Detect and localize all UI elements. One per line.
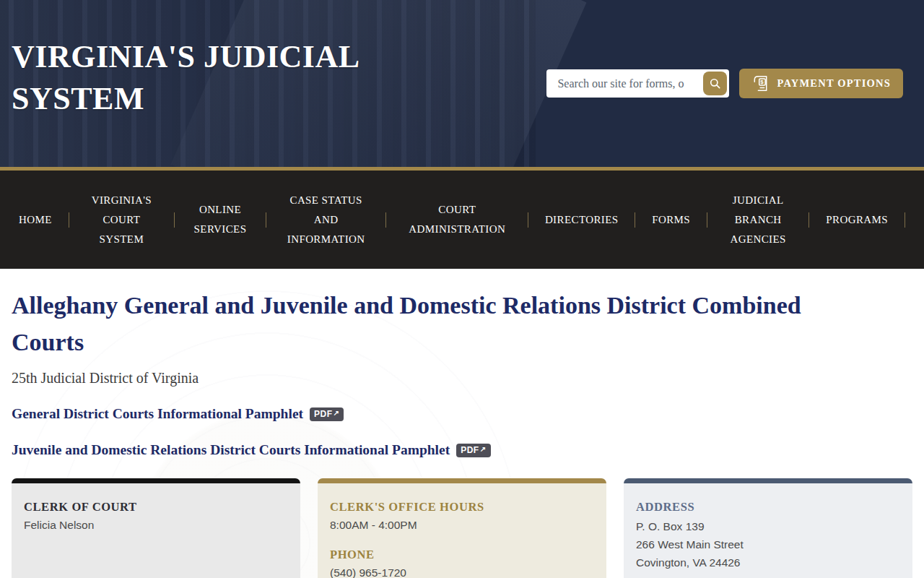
nav-separator: [707, 212, 707, 228]
nav-item-online-services[interactable]: ONLINE SERVICES: [191, 200, 249, 239]
receipt-dollar-icon: $: [751, 74, 770, 93]
external-link-icon: ↗: [334, 410, 340, 417]
office-hours-card: CLERK'S OFFICE HOURS 8:00AM - 4:00PM PHO…: [318, 478, 606, 578]
magnifier-icon: [708, 77, 722, 90]
site-title: VIRGINIA'S JUDICIAL SYSTEM: [0, 0, 448, 120]
header-actions: $ PAYMENT OPTIONS: [546, 69, 903, 98]
svg-text:$: $: [761, 79, 765, 85]
address-line: P. O. Box 139: [636, 517, 900, 535]
link-label: General District Courts Informational Pa…: [12, 406, 303, 422]
page-subtitle: 25th Judicial District of Virginia: [12, 370, 912, 387]
site-header: VIRGINIA'S JUDICIAL SYSTEM: [0, 0, 924, 171]
payment-options-label: PAYMENT OPTIONS: [777, 77, 891, 90]
nav-item-court-administration[interactable]: COURT ADMINISTRATION: [403, 200, 511, 239]
nav-separator: [528, 212, 528, 228]
pdf-badge-label: PDF: [461, 445, 479, 455]
address-heading: ADDRESS: [636, 500, 900, 514]
search-button[interactable]: [703, 72, 727, 95]
search-input[interactable]: [546, 69, 688, 98]
link-label: Juvenile and Domestic Relations District…: [12, 442, 450, 458]
external-link-icon: ↗: [480, 446, 487, 453]
phone-number: (540) 965-1720: [330, 565, 594, 578]
address-value: P. O. Box 139 266 West Main Street Covin…: [636, 517, 900, 571]
page-title: Alleghany General and Juvenile and Domes…: [12, 287, 878, 361]
nav-item-forms[interactable]: FORMS: [652, 210, 690, 230]
search-box: [546, 69, 729, 98]
nav-item-case-status-and-information[interactable]: CASE STATUS AND INFORMATION: [283, 191, 370, 249]
nav-separator: [905, 212, 905, 228]
general-district-pamphlet-link[interactable]: General District Courts Informational Pa…: [12, 406, 344, 422]
nav-item-virginias-court-system[interactable]: VIRGINIA'S COURT SYSTEM: [85, 191, 157, 249]
office-hours-value: 8:00AM - 4:00PM: [330, 517, 594, 533]
nav-separator: [174, 212, 175, 228]
jdr-district-pamphlet-link[interactable]: Juvenile and Domestic Relations District…: [12, 442, 491, 458]
nav-item-judicial-branch-agencies[interactable]: JUDICIAL BRANCH AGENCIES: [724, 191, 793, 249]
office-hours-heading: CLERK'S OFFICE HOURS: [330, 500, 594, 514]
payment-options-button[interactable]: $ PAYMENT OPTIONS: [739, 69, 903, 98]
address-card: ADDRESS P. O. Box 139 266 West Main Stre…: [624, 478, 912, 578]
main-content: Alleghany General and Juvenile and Domes…: [0, 269, 924, 578]
card-section: CLERK'S OFFICE HOURS 8:00AM - 4:00PM: [330, 500, 594, 533]
phone-heading: PHONE: [330, 548, 594, 562]
nav-separator: [266, 212, 266, 228]
nav-item-home[interactable]: HOME: [19, 210, 52, 230]
page: VIRGINIA'S JUDICIAL SYSTEM: [0, 0, 924, 578]
address-line: 266 West Main Street: [636, 535, 900, 553]
main-navigation: HOME VIRGINIA'S COURT SYSTEM ONLINE SERV…: [0, 171, 924, 269]
address-line: Covington, VA 24426: [636, 553, 900, 571]
card-section: ADDRESS P. O. Box 139 266 West Main Stre…: [636, 500, 900, 571]
nav-separator: [808, 212, 809, 228]
pdf-badge: PDF ↗: [456, 444, 490, 457]
clerk-of-court-heading: CLERK OF COURT: [24, 500, 288, 514]
nav-item-programs[interactable]: PROGRAMS: [826, 210, 888, 230]
pdf-badge-label: PDF: [314, 409, 333, 419]
clerk-of-court-card: CLERK OF COURT Felicia Nelson: [12, 478, 300, 578]
card-section: CLERK OF COURT Felicia Nelson: [24, 500, 288, 533]
info-cards: CLERK OF COURT Felicia Nelson CLERK'S OF…: [12, 478, 912, 578]
clerk-of-court-name: Felicia Nelson: [24, 517, 288, 533]
nav-separator: [635, 212, 635, 228]
nav-separator: [69, 212, 69, 228]
nav-item-directories[interactable]: DIRECTORIES: [545, 210, 619, 230]
nav-separator: [385, 212, 386, 228]
card-section: PHONE (540) 965-1720: [330, 548, 594, 578]
pdf-badge: PDF ↗: [310, 407, 344, 421]
